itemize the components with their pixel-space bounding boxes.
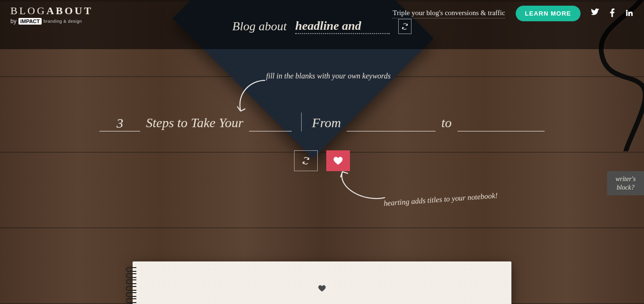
headline-template: 3 Steps to Take Your From to bbox=[0, 113, 644, 131]
notebook-heart-icon bbox=[318, 284, 326, 295]
logo-part1: BLOG bbox=[10, 5, 46, 17]
heart-button[interactable] bbox=[326, 150, 350, 171]
arrow-icon bbox=[335, 169, 387, 207]
topic-refresh-button[interactable] bbox=[398, 19, 411, 34]
logo-part2: ABOUT bbox=[46, 5, 93, 17]
heart-icon bbox=[333, 156, 343, 166]
headline-text-2: From bbox=[312, 115, 341, 131]
writers-block-tab[interactable]: writer's block? bbox=[607, 171, 644, 195]
divider bbox=[301, 113, 302, 131]
headline-refresh-button[interactable] bbox=[294, 150, 318, 171]
headline-blank-1[interactable]: 3 bbox=[99, 114, 140, 131]
headline-blank-4[interactable] bbox=[457, 114, 545, 131]
headline-blank-3[interactable] bbox=[347, 114, 436, 131]
linkedin-icon[interactable] bbox=[625, 9, 634, 19]
headline-text-3: to bbox=[441, 115, 452, 131]
logo-title: BLOGABOUT bbox=[10, 5, 93, 17]
topic-input[interactable]: headline and bbox=[295, 19, 390, 34]
notebook[interactable] bbox=[133, 261, 511, 304]
refresh-icon bbox=[302, 157, 310, 165]
headline-text-1: Steps to Take Your bbox=[146, 115, 243, 131]
twitter-icon[interactable] bbox=[591, 9, 599, 19]
hint-hearting: hearting adds titles to your notebook! bbox=[384, 191, 498, 208]
promo-link[interactable]: Triple your blog's conversions & traffic bbox=[393, 9, 505, 18]
facebook-icon[interactable] bbox=[610, 9, 615, 19]
notebook-rings bbox=[126, 266, 136, 304]
headline-blank-2[interactable] bbox=[249, 114, 292, 131]
topic-label: Blog about bbox=[233, 19, 287, 34]
refresh-icon bbox=[402, 23, 408, 30]
